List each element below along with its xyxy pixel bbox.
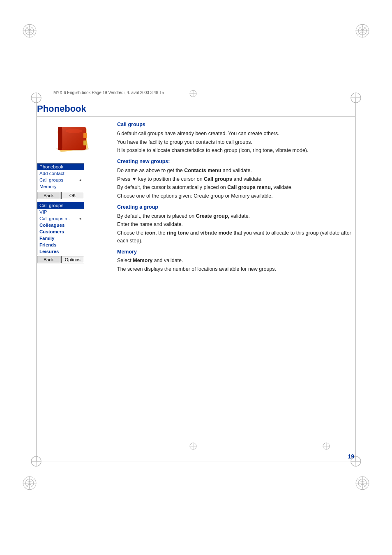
svg-point-20 [358,27,367,35]
reg-mark-tr [349,91,362,104]
menu-item-vip[interactable]: VIP [37,209,84,215]
creating-new-para-4: Choose one of the options given: Create … [117,192,355,200]
svg-point-26 [23,477,36,490]
memory-para-2: The screen displays the number of locati… [117,265,355,273]
reg-mark-tl [30,91,43,104]
menu-item-memory[interactable]: Memory [37,183,84,190]
svg-point-27 [25,479,34,487]
call-groups-para-2: You have the facility to group your cont… [117,138,355,146]
svg-point-34 [358,479,367,487]
creating-group-para-1: By default, the cursor is placed on Crea… [117,212,355,220]
svg-point-19 [356,24,369,37]
svg-point-57 [66,129,82,133]
two-column-layout: Phonebook Add contact Call groups Memory… [37,121,355,274]
svg-point-0 [31,93,41,103]
creating-group-para-2: Enter the name and validate. [117,221,355,228]
reg-mark-bl [30,455,43,468]
first-menu-panel: Phonebook Add contact Call groups Memory [37,163,84,190]
menu-item-add-contact[interactable]: Add contact [37,170,84,177]
back-button-1[interactable]: Back [37,192,60,199]
call-groups-para-3: It is possible to allocate characteristi… [117,147,355,154]
phonebook-image [51,121,95,156]
section-title-memory: Memory [117,248,355,256]
svg-point-14 [28,29,31,32]
svg-point-46 [190,90,196,97]
menu-item-call-groups-m[interactable]: Call groups m. [37,215,84,222]
svg-point-28 [28,481,31,485]
svg-line-31 [25,479,34,488]
menu-header-call-groups: Call groups [37,202,84,209]
content-area: Phonebook [37,104,355,456]
web-mark-br [354,475,371,491]
svg-rect-58 [83,133,87,138]
svg-line-18 [25,26,34,35]
call-groups-para-1: 6 default call groups have already been … [117,130,355,138]
rule-top [36,98,356,98]
first-button-row: Back OK [37,192,84,199]
second-menu-panel: Call groups VIP Call groups m. Colleague… [37,202,84,255]
svg-point-21 [361,29,364,32]
svg-point-35 [361,481,364,485]
svg-point-3 [351,93,361,103]
page-title: Phonebook [37,104,355,117]
menu-item-phonebook[interactable]: Phonebook [37,164,84,170]
menu-item-friends[interactable]: Friends [37,242,84,248]
menu-item-leisures[interactable]: Leisures [37,248,84,255]
ok-button[interactable]: OK [61,192,85,199]
memory-para-1: Select Memory and validate. [117,257,355,265]
web-mark-tl [21,23,38,39]
left-column: Phonebook Add contact Call groups Memory… [37,121,109,274]
svg-line-32 [25,479,34,488]
svg-point-33 [356,477,369,490]
section-title-creating-group: Creating a group [117,203,355,211]
creating-group-para-3: Choose the icon, the ring tone and vibra… [117,229,355,245]
menu-item-customers[interactable]: Customers [37,228,84,235]
rule-left [36,98,37,461]
menu-item-colleagues[interactable]: Colleagues [37,222,84,228]
creating-new-para-3: By default, the cursor is automatically … [117,184,355,191]
creating-new-para-1: Do same as above to get the Contacts men… [117,167,355,175]
svg-point-13 [25,27,34,35]
svg-line-39 [358,479,367,488]
right-column: Call groups 6 default call groups have a… [117,121,355,274]
svg-line-38 [358,479,367,488]
section-title-call-groups: Call groups [117,121,355,129]
svg-rect-59 [83,140,87,145]
svg-point-12 [23,24,36,37]
second-button-row: Back Options [37,256,84,263]
section-title-creating-new: Creating new groups: [117,158,355,166]
web-mark-bl [21,475,38,491]
svg-line-17 [25,26,34,35]
back-button-2[interactable]: Back [37,256,60,263]
page-number: 19 [348,453,354,460]
header-text: MYX-6 English.book Page 19 Vendredi, 4. … [53,90,164,95]
svg-rect-55 [58,127,62,150]
menu-item-family[interactable]: Family [37,235,84,242]
options-button[interactable]: Options [61,256,85,263]
web-mark-tr [354,23,371,39]
menu-item-call-groups[interactable]: Call groups [37,177,84,183]
svg-line-25 [358,26,367,35]
svg-line-24 [358,26,367,35]
svg-point-6 [31,456,41,466]
rule-right [355,98,356,461]
header-label: MYX-6 English.book Page 19 Vendredi, 4. … [53,90,164,95]
crosshair-top-center [189,90,197,98]
creating-new-para-2: Press ▼ key to position the cursor on Ca… [117,175,355,183]
rule-bottom [36,461,356,461]
